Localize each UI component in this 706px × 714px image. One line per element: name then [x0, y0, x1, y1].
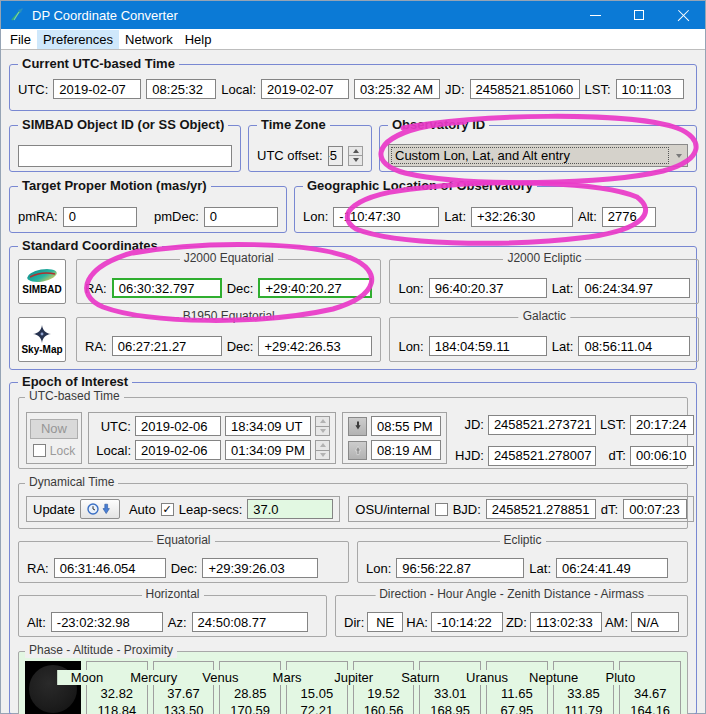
spinner-down-button[interactable]: [348, 156, 363, 166]
auto-checkbox[interactable]: ✓: [161, 503, 174, 516]
minimize-button[interactable]: [573, 1, 617, 29]
sunset-time-field[interactable]: 08:55 PM: [371, 416, 441, 436]
group-standard-coordinates: Standard Coordinates SIMBAD J2000 Equato…: [9, 246, 697, 370]
sunrise-time-field[interactable]: 08:19 AM: [371, 440, 441, 460]
j2000-dec-field[interactable]: +29:40:20.27: [258, 278, 372, 298]
epoch-times-panel: UTC: 2019-02-06 18:34:09 UT Local: 2019-…: [88, 412, 336, 464]
current-utc-time-field[interactable]: 08:25:32: [146, 79, 216, 99]
sunrise-button[interactable]: [348, 441, 367, 460]
epoch-local-time-field[interactable]: 01:34:09 PM: [225, 440, 311, 460]
group-simbad-object: SIMBAD Object ID (or SS Object): [9, 125, 241, 172]
pmra-field[interactable]: 0: [63, 207, 137, 227]
epoch-lst-field[interactable]: 20:17:24: [630, 415, 694, 435]
current-lst-field[interactable]: 10:11:03: [616, 79, 684, 99]
planet-name: Moon: [57, 670, 117, 685]
dynamical-dt-field[interactable]: 00:07:23: [623, 499, 687, 519]
spinner-down-button[interactable]: [315, 451, 330, 461]
leap-secs-label: Leap-secs:: [179, 502, 243, 517]
bjd-field[interactable]: 2458521.278851: [486, 499, 596, 519]
utc-offset-field[interactable]: -5: [328, 146, 343, 166]
current-local-time-field[interactable]: 03:25:32 AM: [354, 79, 440, 99]
geo-lat-field[interactable]: +32:26:30: [471, 207, 573, 227]
lon-label: Lon:: [303, 209, 328, 224]
spinner-up-button[interactable]: [315, 416, 330, 427]
epoch-ra-field[interactable]: 06:31:46.054: [54, 558, 166, 578]
epoch-ecliptic-lon-field[interactable]: 96:56:22.87: [396, 558, 524, 578]
geo-lon-field[interactable]: -110:47:30: [333, 207, 439, 227]
menu-network[interactable]: Network: [119, 30, 179, 49]
airmass-field[interactable]: N/A: [631, 612, 679, 632]
epoch-utc-time-field[interactable]: 18:34:09 UT: [225, 416, 311, 436]
group-title: Target Proper Motion (mas/yr): [18, 178, 211, 194]
horizontal-az-field[interactable]: 24:50:08.77: [192, 612, 308, 632]
menu-help[interactable]: Help: [179, 30, 218, 49]
spinner-up-button[interactable]: [315, 440, 330, 451]
current-jd-field[interactable]: 2458521.851060: [470, 79, 580, 99]
spinner-up-button[interactable]: [348, 146, 363, 157]
ra-label: RA:: [85, 339, 107, 354]
menu-file[interactable]: File: [4, 30, 37, 49]
planet-panel-saturn: Saturn 33.01 168.95: [419, 661, 481, 714]
maximize-button[interactable]: [617, 1, 661, 29]
current-local-date-field[interactable]: 2019-02-07: [261, 79, 349, 99]
j2000-ecliptic-lat-field[interactable]: 06:24:34.97: [578, 278, 690, 298]
skymap-button-label: Sky-Map: [21, 344, 62, 355]
dec-label: Dec:: [171, 561, 198, 576]
skymap-button[interactable]: Sky-Map: [18, 317, 66, 362]
planet-altitude: 28.85: [220, 685, 280, 702]
direction-field[interactable]: NE: [367, 612, 403, 632]
planet-proximity: 170.59: [220, 702, 280, 714]
lock-checkbox[interactable]: [33, 444, 46, 457]
simbad-button[interactable]: SIMBAD: [18, 259, 66, 304]
j2000-ecliptic-lon-field[interactable]: 96:40:20.37: [429, 278, 547, 298]
update-button[interactable]: [80, 499, 120, 519]
epoch-jd-field[interactable]: 2458521.273721: [488, 415, 596, 435]
close-button[interactable]: [661, 1, 705, 29]
epoch-dec-field[interactable]: +29:39:26.03: [202, 558, 318, 578]
sunset-arrow-icon: [352, 420, 364, 432]
galactic-lon-field[interactable]: 184:04:59.11: [429, 336, 547, 356]
spinner-down-button[interactable]: [315, 427, 330, 437]
hour-angle-field[interactable]: -10:14:22: [431, 612, 503, 632]
planet-proximity: 72.21: [287, 702, 347, 714]
galactic-lat-field[interactable]: 08:56:11.04: [578, 336, 690, 356]
osu-internal-checkbox[interactable]: [435, 503, 448, 516]
sunrise-arrow-icon: [352, 444, 364, 456]
lon-label: Lon:: [366, 561, 391, 576]
zenith-distance-field[interactable]: 113:02:33: [530, 612, 602, 632]
spinner-up-icon: [320, 419, 326, 423]
current-utc-date-field[interactable]: 2019-02-07: [53, 79, 141, 99]
sunset-button[interactable]: [348, 417, 367, 436]
simbad-object-input[interactable]: [18, 145, 232, 167]
planet-altitude: 15.05: [287, 685, 347, 702]
subgroup-epoch-ecliptic: Ecliptic Lon: 96:56:22.87 Lat: 06:24:41.…: [357, 541, 688, 583]
epoch-utc-date-field[interactable]: 2019-02-06: [135, 416, 221, 436]
planet-altitude: 19.52: [354, 685, 414, 702]
jd-label: JD:: [455, 417, 484, 432]
epoch-ecliptic-lat-field[interactable]: 06:24:41.49: [556, 558, 668, 578]
pmdec-field[interactable]: 0: [204, 207, 278, 227]
dir-label: Dir:: [344, 615, 364, 630]
menu-preferences[interactable]: Preferences: [37, 30, 119, 49]
dropdown-arrow[interactable]: [671, 145, 687, 166]
planet-proximity: 160.56: [354, 702, 414, 714]
maximize-icon: [634, 10, 644, 20]
now-button[interactable]: Now: [30, 419, 78, 439]
j2000-ra-field[interactable]: 06:30:32.797: [112, 278, 222, 298]
observatory-dropdown[interactable]: Custom Lon, Lat, and Alt entry: [388, 144, 688, 167]
group-observatory-id: Observatory ID Custom Lon, Lat, and Alt …: [379, 125, 697, 172]
b1950-dec-field[interactable]: +29:42:26.53: [258, 336, 372, 356]
spinner-down-icon: [320, 453, 326, 457]
utc-time-spinner: [315, 416, 330, 436]
epoch-dt-field[interactable]: 00:06:10: [630, 446, 694, 466]
checkmark-icon: ✓: [163, 504, 172, 515]
leap-secs-field[interactable]: 37.0: [247, 499, 333, 519]
ra-label: RA:: [27, 561, 49, 576]
geo-alt-field[interactable]: 2776: [602, 207, 656, 227]
epoch-local-date-field[interactable]: 2019-02-06: [135, 440, 221, 460]
lst-label: LST:: [585, 82, 611, 97]
app-window: DP Coordinate Converter File Preferences…: [0, 0, 706, 714]
epoch-hjd-field[interactable]: 2458521.278007: [488, 446, 596, 466]
horizontal-alt-field[interactable]: -23:02:32.98: [51, 612, 163, 632]
b1950-ra-field[interactable]: 06:27:21.27: [112, 336, 222, 356]
